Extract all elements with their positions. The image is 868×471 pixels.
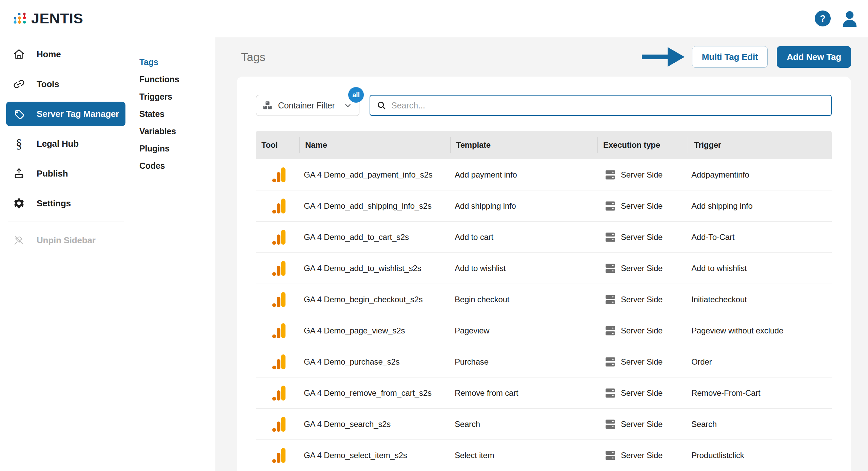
execution-type-cell: Server Side <box>597 293 687 306</box>
container-filter-dropdown[interactable]: Container Filter all <box>256 95 359 116</box>
unpin-sidebar-label: Unpin Sidebar <box>37 235 96 246</box>
help-icon[interactable]: ? <box>815 11 831 26</box>
tag-template: Search <box>450 419 597 429</box>
column-header-execution: Execution type <box>597 137 687 153</box>
ga4-icon <box>272 261 299 276</box>
sidebar-item-server-tag-manager[interactable]: Server Tag Manager <box>6 102 125 126</box>
execution-type-label: Server Side <box>621 451 663 460</box>
execution-type-cell: Server Side <box>597 169 687 181</box>
tag-name: GA 4 Demo_add_shipping_info_s2s <box>299 201 450 211</box>
execution-type-label: Server Side <box>621 419 663 429</box>
main-content: Tags Multi Tag Edit Add New Tag <box>215 37 868 471</box>
sidebar-item-label: Settings <box>37 198 71 209</box>
tool-cell <box>256 354 299 369</box>
filter-count-badge: all <box>348 87 364 103</box>
execution-type-label: Server Side <box>621 232 663 242</box>
tag-trigger: Add shipping info <box>687 201 832 211</box>
column-header-trigger: Trigger <box>687 137 832 153</box>
table-row[interactable]: GA 4 Demo_select_item_s2s Select item Se… <box>256 440 832 471</box>
execution-type-cell: Server Side <box>597 418 687 430</box>
tag-name: GA 4 Demo_purchase_s2s <box>299 357 450 367</box>
tag-trigger: Productlistclick <box>687 451 832 460</box>
search-icon <box>376 100 387 110</box>
sidebar-item-tools[interactable]: Tools <box>0 69 132 99</box>
table-row[interactable]: GA 4 Demo_purchase_s2s Purchase Server S… <box>256 346 832 377</box>
sidebar-item-home[interactable]: Home <box>0 39 132 69</box>
server-icon <box>604 169 616 181</box>
column-header-name: Name <box>299 137 450 153</box>
submenu-item-states[interactable]: States <box>139 105 215 123</box>
execution-type-label: Server Side <box>621 357 663 367</box>
sidebar-item-label: Tools <box>37 79 59 89</box>
submenu-item-tags[interactable]: Tags <box>139 54 215 71</box>
table-row[interactable]: GA 4 Demo_add_to_wishlist_s2s Add to wis… <box>256 253 832 284</box>
tag-name: GA 4 Demo_add_to_cart_s2s <box>299 232 450 242</box>
table-row[interactable]: GA 4 Demo_add_shipping_info_s2s Add ship… <box>256 190 832 222</box>
table-row[interactable]: GA 4 Demo_page_view_s2s Pageview Server … <box>256 315 832 346</box>
tag-name: GA 4 Demo_select_item_s2s <box>299 451 450 460</box>
server-icon <box>604 356 616 368</box>
ga4-icon <box>272 167 299 182</box>
server-icon <box>604 449 616 462</box>
page-title: Tags <box>241 50 265 64</box>
sidebar-item-settings[interactable]: Settings <box>0 188 132 218</box>
container-filter-label: Container Filter <box>278 101 338 110</box>
execution-type-label: Server Side <box>621 170 663 180</box>
table-row[interactable]: GA 4 Demo_search_s2s Search Server Side … <box>256 409 832 440</box>
sidebar-item-legal-hub[interactable]: § Legal Hub <box>0 129 132 159</box>
container-filter-icon <box>262 100 273 110</box>
annotation-arrow <box>642 47 685 67</box>
primary-sidebar: Home Tools Server T <box>0 37 132 471</box>
tool-cell <box>256 167 299 182</box>
jentis-logo[interactable]: JENTIS <box>14 10 83 27</box>
ga4-icon <box>272 323 299 338</box>
table-row[interactable]: GA 4 Demo_add_payment_info_s2s Add payme… <box>256 159 832 190</box>
tag-name: GA 4 Demo_remove_from_cart_s2s <box>299 388 450 398</box>
tool-cell <box>256 323 299 338</box>
execution-type-cell: Server Side <box>597 262 687 274</box>
tag-template: Add to cart <box>450 232 597 242</box>
table-row[interactable]: GA 4 Demo_remove_from_cart_s2s Remove fr… <box>256 377 832 409</box>
brand-wordmark: JENTIS <box>31 10 83 27</box>
filter-row: Container Filter all <box>256 95 832 116</box>
tag-trigger: Search <box>687 419 832 429</box>
search-input[interactable] <box>391 101 825 110</box>
tool-cell <box>256 199 299 213</box>
unpin-sidebar-button[interactable]: Unpin Sidebar <box>0 225 132 255</box>
sidebar-item-label: Legal Hub <box>37 139 79 149</box>
tag-template: Begin checkout <box>450 295 597 304</box>
server-icon <box>604 387 616 399</box>
sidebar-item-publish[interactable]: Publish <box>0 159 132 188</box>
home-icon <box>12 48 26 60</box>
tag-name: GA 4 Demo_page_view_s2s <box>299 326 450 335</box>
submenu-item-variables[interactable]: Variables <box>139 123 215 140</box>
execution-type-cell: Server Side <box>597 200 687 212</box>
sidebar-item-label: Server Tag Manager <box>37 109 119 119</box>
submenu-item-triggers[interactable]: Triggers <box>139 88 215 105</box>
sidebar-divider <box>8 222 124 222</box>
submenu-item-plugins[interactable]: Plugins <box>139 140 215 157</box>
submenu-item-codes[interactable]: Codes <box>139 157 215 175</box>
ga4-icon <box>272 292 299 307</box>
ga4-icon <box>272 199 299 213</box>
table-header: Tool Name Template Execution type Trigge… <box>256 131 832 159</box>
execution-type-cell: Server Side <box>597 231 687 243</box>
table-row[interactable]: GA 4 Demo_begin_checkout_s2s Begin check… <box>256 284 832 315</box>
tool-cell <box>256 448 299 463</box>
tag-template: Remove from cart <box>450 388 597 398</box>
tag-trigger: Addpaymentinfo <box>687 170 832 180</box>
tool-cell <box>256 292 299 307</box>
tag-template: Pageview <box>450 326 597 335</box>
submenu-item-functions[interactable]: Functions <box>139 71 215 88</box>
server-icon <box>604 262 616 274</box>
tag-name: GA 4 Demo_add_payment_info_s2s <box>299 170 450 180</box>
table-row[interactable]: GA 4 Demo_add_to_cart_s2s Add to cart Se… <box>256 222 832 253</box>
user-icon[interactable] <box>841 10 859 27</box>
execution-type-label: Server Side <box>621 264 663 273</box>
tag-icon <box>12 108 26 120</box>
add-new-tag-button[interactable]: Add New Tag <box>777 46 851 68</box>
tag-name: GA 4 Demo_add_to_wishlist_s2s <box>299 264 450 273</box>
tag-trigger: Order <box>687 357 832 367</box>
multi-tag-edit-button[interactable]: Multi Tag Edit <box>692 46 768 68</box>
tool-cell <box>256 417 299 432</box>
